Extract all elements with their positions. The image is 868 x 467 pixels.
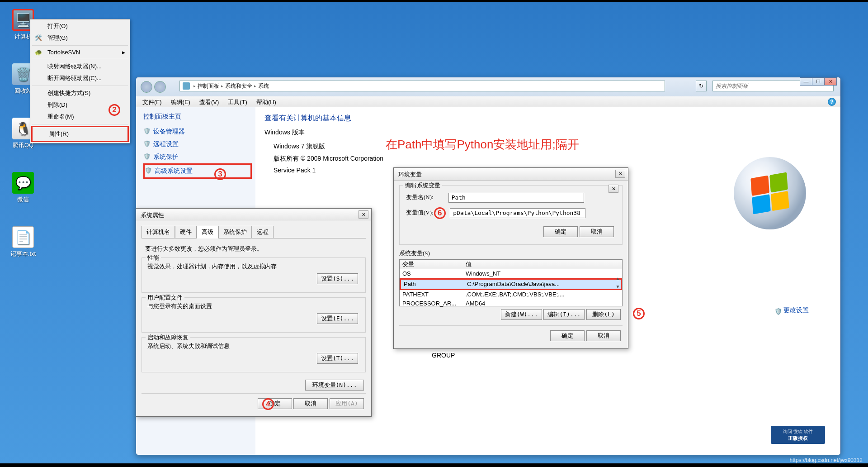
group-desc: 视觉效果，处理器计划，内存使用，以及虚拟内存 [147, 262, 360, 271]
annotation-5: 5 [633, 308, 645, 319]
annotation-4: 4 [262, 398, 274, 410]
ctx-disconnect-network[interactable]: 断开网络驱动器(C)... [31, 72, 129, 84]
edit-sysvar-panel: 编辑系统变量 ✕ 变量名(N): Path 变量值(V): 6 pData\Lo… [399, 185, 623, 245]
breadcrumb[interactable]: ▸ 控制面板 ▸ 系统和安全 ▸ 系统 [179, 81, 665, 91]
ctx-tortoisesvn[interactable]: 🐢TortoiseSVN▶ [31, 47, 129, 57]
shield-icon: 🛡️ [143, 153, 151, 160]
wechat-icon: 💬 [12, 172, 34, 194]
list-row-path[interactable]: PathC:\ProgramData\Oracle\Java\java... [400, 278, 622, 290]
menu-view[interactable]: 查看(V) [195, 96, 223, 107]
ctx-label: 管理(G) [47, 34, 68, 41]
link-advanced-settings[interactable]: 🛡️高级系统设置 [143, 163, 252, 179]
link-remote[interactable]: 🛡️远程设置 [143, 138, 252, 151]
edit-button[interactable]: 编辑(I)... [543, 309, 585, 320]
annotation-text: 在Path中填写Python安装地址用;隔开 [386, 137, 579, 152]
separator [32, 86, 128, 86]
ctx-manage[interactable]: 🛠️管理(G) [31, 32, 129, 44]
page-heading: 查看有关计算机的基本信息 [264, 114, 831, 123]
admin-note: 要进行大多数更改，您必须作为管理员登录。 [142, 243, 366, 257]
tab-computer-name[interactable]: 计算机名 [142, 226, 175, 238]
desktop-icon-wechat[interactable]: 💬 微信 [7, 172, 39, 204]
varname-input[interactable]: Path [448, 193, 584, 203]
ctx-properties[interactable]: 属性(R) [31, 126, 129, 142]
perf-settings-button[interactable]: 设置(S)... [317, 273, 358, 284]
close-button[interactable]: ✕ [824, 77, 837, 86]
minimize-button[interactable]: — [800, 77, 812, 86]
cancel-button[interactable]: 取消 [293, 398, 328, 409]
forward-button[interactable] [154, 81, 166, 93]
apply-button[interactable]: 应用(A) [330, 398, 364, 409]
chevron-icon: ▸ [254, 84, 256, 88]
list-row[interactable]: PATHEXT.COM;.EXE;.BAT;.CMD;.VBS;.VBE;...… [400, 290, 622, 299]
change-settings-link[interactable]: 🛡️更改设置 [774, 306, 809, 315]
desktop-icon-notepad[interactable]: 📄 记事本.txt [7, 226, 39, 258]
link-system-protection[interactable]: 🛡️系统保护 [143, 151, 252, 163]
ctx-map-network[interactable]: 映射网络驱动器(N)... [31, 61, 129, 72]
group-label: 编辑系统变量 [403, 181, 442, 190]
new-button[interactable]: 新建(W)... [501, 309, 542, 320]
manage-icon: 🛠️ [35, 34, 42, 42]
varname-label: 变量名(N): [406, 193, 447, 201]
dialog-title[interactable]: 环境变量✕ [394, 168, 628, 181]
ctx-label: 属性(R) [49, 130, 69, 137]
env-var-button[interactable]: 环境变量(N)... [305, 380, 364, 391]
desktop-icon-label: 微信 [7, 195, 39, 204]
close-button[interactable]: ✕ [609, 185, 618, 193]
breadcrumb-item[interactable]: 控制面板 [198, 82, 219, 90]
ctx-shortcut[interactable]: 创建快捷方式(S) [31, 87, 129, 99]
scrollbar-icon[interactable]: ▲▼ [614, 275, 621, 291]
close-button[interactable]: ✕ [615, 170, 625, 178]
env-var-dialog: 环境变量✕ 编辑系统变量 ✕ 变量名(N): Path 变量值(V): 6 pD… [393, 167, 628, 349]
letterbox-top [0, 0, 868, 2]
breadcrumb-item[interactable]: 系统 [258, 82, 269, 90]
dialog-title[interactable]: 系统属性✕ [136, 209, 371, 221]
shield-icon: 🛡️ [145, 167, 152, 174]
cancel-button[interactable]: 取消 [580, 226, 614, 237]
watermark: https://blog.csdn.net/jwx90312 [790, 457, 863, 463]
sysvars-list[interactable]: 变量值 OSWindows_NT PathC:\ProgramData\Orac… [399, 259, 623, 306]
ctx-label: 重命名(M) [47, 113, 74, 120]
chevron-icon: ▸ [193, 84, 196, 88]
ok-button[interactable]: 确定 [543, 226, 578, 237]
ctx-label: 打开(O) [47, 23, 68, 29]
copyright: 版权所有 © 2009 Microsoft Corporation [274, 152, 831, 165]
tab-system-protection[interactable]: 系统保护 [218, 226, 252, 238]
sysvars-label: 系统变量(S) [399, 249, 623, 257]
separator [32, 124, 128, 124]
menu-file[interactable]: 文件(F) [138, 96, 166, 107]
tab-remote[interactable]: 远程 [252, 226, 274, 238]
refresh-button[interactable]: ↻ [696, 81, 707, 91]
menu-tools[interactable]: 工具(T) [223, 96, 252, 107]
shield-icon: 🛡️ [143, 128, 151, 135]
startup-settings-button[interactable]: 设置(T)... [317, 353, 358, 364]
ctx-open[interactable]: 打开(O) [31, 20, 129, 32]
submenu-arrow-icon: ▶ [122, 50, 125, 55]
titlebar[interactable]: ▸ 控制面板 ▸ 系统和安全 ▸ 系统 ↻ — ☐ ✕ [136, 77, 840, 96]
menu-help[interactable]: 帮助(H) [252, 96, 281, 107]
list-row[interactable]: PROCESSOR_AR...AMD64 [400, 299, 622, 308]
list-row[interactable]: OSWindows_NT [400, 269, 622, 278]
cancel-button[interactable]: 取消 [586, 330, 621, 341]
delete-button[interactable]: 删除(L) [586, 309, 621, 320]
window-controls: — ☐ ✕ [800, 77, 837, 86]
profile-settings-button[interactable]: 设置(E)... [317, 313, 358, 324]
tab-hardware[interactable]: 硬件 [175, 226, 197, 238]
help-icon[interactable]: ? [828, 98, 836, 106]
link-label: 远程设置 [153, 140, 179, 148]
back-button[interactable] [141, 81, 152, 93]
link-device-manager[interactable]: 🛡️设备管理器 [143, 125, 252, 138]
genuine-badge: 询问 微软 软件正版授权 [771, 426, 825, 444]
breadcrumb-icon [183, 82, 190, 90]
maximize-button[interactable]: ☐ [812, 77, 825, 86]
shield-icon: 🛡️ [774, 308, 782, 315]
close-button[interactable]: ✕ [359, 210, 368, 219]
breadcrumb-item[interactable]: 系统和安全 [225, 82, 252, 90]
link-label: 设备管理器 [153, 128, 185, 135]
menu-edit[interactable]: 编辑(E) [166, 96, 195, 107]
ok-button[interactable]: 确定 [550, 330, 585, 341]
shield-icon: 🛡️ [143, 140, 151, 148]
tab-advanced[interactable]: 高级 [197, 226, 218, 238]
ctx-label: TortoiseSVN [47, 49, 80, 56]
varval-input[interactable]: pData\Local\Programs\Python\Python38 [450, 208, 585, 218]
windows-logo [734, 157, 806, 229]
